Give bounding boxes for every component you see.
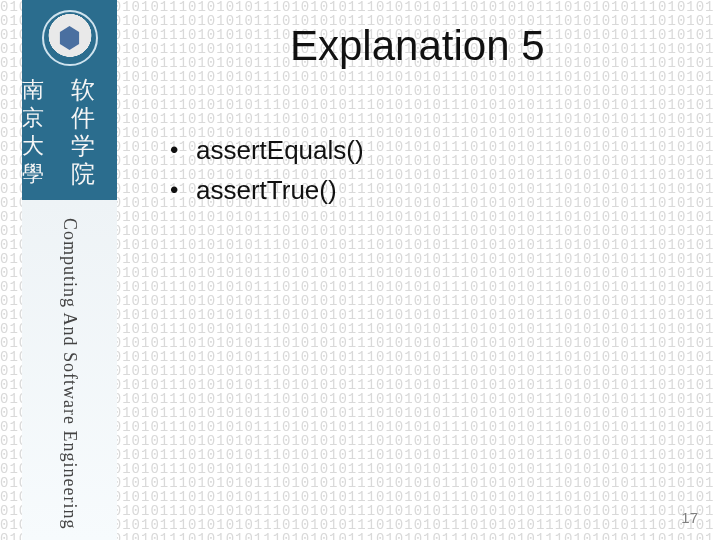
sidebar-english-block: Computing And Software Engineering — [22, 200, 117, 540]
bullet-list: assertEquals() assertTrue() — [170, 130, 720, 210]
sidebar-logo-block: 南京大學 软件学院 — [22, 0, 117, 200]
sidebar: 南京大學 软件学院 Computing And Software Enginee… — [22, 0, 117, 540]
sidebar-chinese-text: 南京大學 软件学院 — [22, 76, 117, 188]
chinese-school-name: 软件学院 — [71, 76, 117, 188]
page-number: 17 — [681, 509, 698, 526]
slide-title: Explanation 5 — [290, 22, 720, 70]
english-department-name: Computing And Software Engineering — [59, 218, 80, 529]
bullet-item: assertTrue() — [170, 170, 720, 210]
content-area: Explanation 5 assertEquals() assertTrue(… — [140, 0, 720, 540]
slide: 0101010111010101011101010101110101010111… — [0, 0, 720, 540]
university-crest-icon — [42, 10, 98, 66]
bullet-item: assertEquals() — [170, 130, 720, 170]
chinese-university-name: 南京大學 — [22, 76, 65, 188]
